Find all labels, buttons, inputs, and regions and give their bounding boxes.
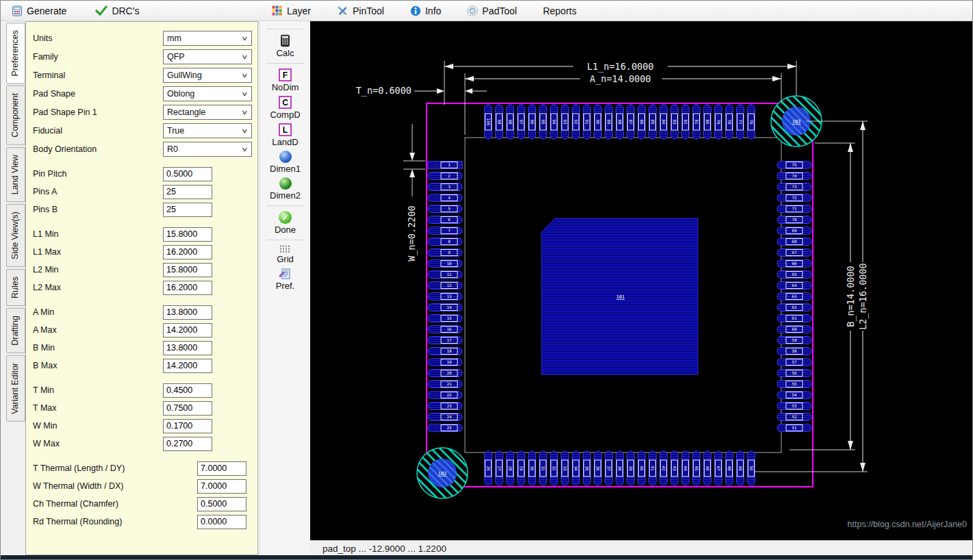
svg-text:28: 28 <box>508 466 513 471</box>
svg-text:99: 99 <box>497 119 502 125</box>
reports-label: Reports <box>543 5 577 16</box>
tab-component[interactable]: Component <box>6 86 25 145</box>
fiducial-bottom-left[interactable]: 102 <box>417 448 468 498</box>
tab-drafting[interactable]: Drafting <box>6 308 25 353</box>
t-max-input[interactable] <box>163 401 212 416</box>
nodim-button[interactable]: F NoDim <box>260 68 310 92</box>
form-row-pins-a: Pins A <box>31 183 252 201</box>
units-select[interactable]: mm∨ <box>163 31 252 46</box>
pintool-button[interactable]: PinTool <box>334 4 387 18</box>
chevron-down-icon: ∨ <box>241 90 249 97</box>
pad-shape-select[interactable]: Oblong∨ <box>163 86 252 101</box>
svg-text:23: 23 <box>446 403 452 408</box>
w-min-input[interactable] <box>163 419 212 433</box>
pad-pin-19[interactable] <box>428 359 462 366</box>
pad-pin-17[interactable] <box>428 337 462 344</box>
pad-pin-21[interactable] <box>428 381 462 388</box>
padtool-button[interactable]: PadTool <box>464 4 520 18</box>
w-thermal-width-dx-input[interactable] <box>197 479 247 494</box>
body-orientation-select[interactable]: R0∨ <box>163 142 252 157</box>
svg-text:20: 20 <box>446 370 452 375</box>
l2-min-input[interactable] <box>163 263 212 277</box>
pad-pin-1[interactable] <box>428 162 462 169</box>
pad-pin-23[interactable] <box>428 403 462 410</box>
grid-button[interactable]: Grid <box>260 245 310 264</box>
l1-min-input[interactable] <box>163 227 212 242</box>
l2-max-input[interactable] <box>163 281 212 295</box>
terminal-select[interactable]: GullWing∨ <box>163 68 252 83</box>
b-max-input[interactable] <box>163 359 212 373</box>
pins-a-input[interactable] <box>163 185 212 199</box>
pad-pin-24[interactable] <box>428 413 462 421</box>
pad-pin-8[interactable] <box>428 238 462 246</box>
done-button[interactable]: ✓ Done <box>260 211 310 235</box>
pad-pin-18[interactable] <box>428 348 462 355</box>
tab-variant-editor[interactable]: Variant Editor <box>6 355 25 422</box>
footprint-canvas[interactable]: 101 175100262749927373982847297295719630… <box>310 21 972 540</box>
pad-pin-7[interactable] <box>428 227 462 235</box>
ch-thermal-chamfer-input[interactable] <box>197 497 247 511</box>
rd-thermal-rounding-input[interactable] <box>197 515 247 529</box>
pad-shape-pin-1-select[interactable]: Rectangle∨ <box>163 105 252 120</box>
tab-side-view-s[interactable]: Side View(s) <box>6 204 25 267</box>
padtool-label: PadTool <box>482 5 517 16</box>
generate-button[interactable]: Generate <box>9 4 69 18</box>
b-min-input[interactable] <box>163 341 212 355</box>
pad-pin-15[interactable] <box>428 315 462 322</box>
dimen1-button[interactable]: Dimen1 <box>260 151 310 174</box>
info-button[interactable]: Info <box>407 4 444 18</box>
pad-pin-5[interactable] <box>428 205 462 213</box>
pad-pin-20[interactable] <box>428 370 462 377</box>
svg-text:1: 1 <box>448 162 451 167</box>
calculator-icon <box>12 5 23 16</box>
pad-pin-6[interactable] <box>428 216 462 224</box>
pins-b-input[interactable] <box>163 203 212 217</box>
pad-pin-10[interactable] <box>428 260 462 268</box>
landd-button[interactable]: L LandD <box>260 123 310 147</box>
tab-land-view[interactable]: Land View <box>6 147 25 202</box>
pad-pin-9[interactable] <box>428 249 462 257</box>
pad-pin-2[interactable] <box>428 173 462 180</box>
pad-pin-13[interactable] <box>428 293 462 301</box>
pad-pin-22[interactable] <box>428 392 462 399</box>
tab-rules[interactable]: Rules <box>6 269 25 306</box>
pad-pin-4[interactable] <box>428 194 462 202</box>
svg-text:22: 22 <box>446 392 452 397</box>
field-label: Pad Shape <box>31 89 163 99</box>
svg-text:87: 87 <box>629 119 633 125</box>
a-max-input[interactable] <box>163 323 212 338</box>
pad-pin-16[interactable] <box>428 326 462 333</box>
pad-pin-11[interactable] <box>428 271 462 279</box>
a-min-input[interactable] <box>163 305 212 320</box>
chevron-down-icon: ∨ <box>241 53 249 60</box>
fiducial-select[interactable]: True∨ <box>163 123 252 138</box>
reports-button[interactable]: Reports <box>540 4 579 18</box>
svg-text:15: 15 <box>446 316 452 320</box>
svg-text:72: 72 <box>792 195 797 200</box>
pad-pin-3[interactable] <box>428 183 462 191</box>
pad-pin-12[interactable] <box>428 282 462 290</box>
svg-text:9: 9 <box>448 250 451 255</box>
drcs-button[interactable]: DRC's <box>92 4 142 18</box>
dimen2-button[interactable]: Dimen2 <box>260 177 310 201</box>
calc-button[interactable]: Calc <box>260 34 310 58</box>
tab-preferences[interactable]: Preferences <box>6 23 25 84</box>
family-select[interactable]: QFP∨ <box>163 49 252 64</box>
t-thermal-length-dy-input[interactable] <box>197 461 247 476</box>
svg-text:66: 66 <box>792 261 797 266</box>
layer-button[interactable]: Layer <box>269 4 314 18</box>
svg-text:30: 30 <box>530 466 535 471</box>
svg-text:69: 69 <box>792 228 797 233</box>
compd-button[interactable]: C CompD <box>260 96 310 120</box>
l1-max-input[interactable] <box>163 245 212 259</box>
pad-pin-14[interactable] <box>428 304 462 311</box>
pin-pitch-input[interactable] <box>163 167 212 181</box>
svg-text:77: 77 <box>738 119 743 125</box>
w-max-input[interactable] <box>163 437 212 451</box>
svg-text:76: 76 <box>749 119 754 125</box>
pref-button[interactable]: Pref. <box>260 268 310 291</box>
footprint-drawing: 101 175100262749927373982847297295719630… <box>310 21 973 540</box>
pad-pin-25[interactable] <box>428 424 462 432</box>
t-min-input[interactable] <box>163 383 212 398</box>
info-label: Info <box>425 5 441 16</box>
